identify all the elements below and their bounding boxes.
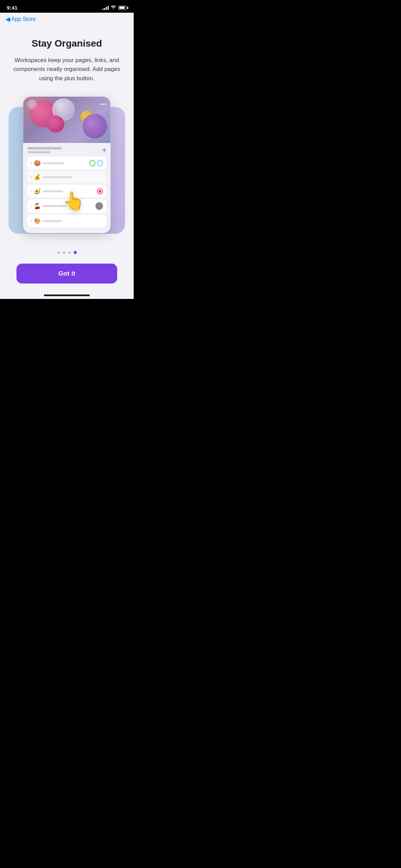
card-nav: ‹ bbox=[27, 99, 107, 109]
row-emoji: 🍒 bbox=[34, 203, 41, 209]
pagination-dots bbox=[57, 251, 77, 254]
signal-icon bbox=[102, 6, 109, 10]
plus-button[interactable]: + bbox=[102, 146, 107, 154]
home-bar bbox=[44, 294, 90, 296]
home-indicator bbox=[0, 292, 134, 299]
row-emoji: 🍪 bbox=[34, 160, 41, 166]
chevron-icon: › bbox=[31, 204, 32, 208]
ball-purple bbox=[83, 114, 107, 138]
card-title-lines bbox=[27, 147, 62, 153]
ball-pink-small bbox=[47, 116, 64, 133]
card-back-btn[interactable]: ‹ bbox=[27, 99, 37, 109]
chevron-icon: › bbox=[31, 161, 32, 165]
illustration: ‹ + bbox=[9, 97, 125, 241]
status-bar: 9:41 bbox=[0, 0, 134, 13]
chevron-icon: › bbox=[31, 175, 32, 179]
chevron-icon: › bbox=[31, 189, 32, 193]
got-it-label: Got it bbox=[58, 270, 75, 277]
main-content: Stay Organised Workspaces keep your page… bbox=[0, 24, 134, 292]
wifi-icon bbox=[111, 5, 116, 10]
list-item: › 💰 bbox=[27, 171, 107, 183]
list-item: › 🎨 bbox=[27, 215, 107, 227]
back-button[interactable]: ◀ App Store bbox=[5, 15, 36, 23]
card-body: + › 🍪 bbox=[23, 143, 111, 233]
nav-bar: ◀ App Store bbox=[0, 13, 134, 24]
card-back-icon: ‹ bbox=[31, 102, 33, 107]
page-title: Stay Organised bbox=[32, 38, 102, 49]
got-it-button[interactable]: Got it bbox=[16, 264, 117, 284]
circle-green-icon bbox=[89, 160, 96, 166]
status-icons bbox=[102, 5, 127, 10]
row-emoji: 🥑 bbox=[34, 188, 41, 194]
status-time: 9:41 bbox=[7, 5, 17, 11]
back-arrow-icon: ◀ bbox=[5, 15, 10, 23]
page-subtext: Workspaces keep your pages, links, and c… bbox=[12, 56, 122, 83]
row-emoji: 💰 bbox=[34, 174, 41, 180]
circle-gray-icon bbox=[96, 202, 103, 210]
pagination-dot-4-active[interactable] bbox=[74, 251, 77, 254]
card-title-bar: + bbox=[27, 146, 107, 154]
circle-teal-icon bbox=[97, 160, 103, 166]
card-header: ‹ bbox=[23, 97, 111, 143]
circle-pink-icon bbox=[97, 188, 103, 194]
pagination-dot-3[interactable] bbox=[68, 251, 71, 254]
phone-card: ‹ + bbox=[23, 97, 111, 233]
pagination-dot-1[interactable] bbox=[57, 251, 60, 254]
row-emoji: 🎨 bbox=[34, 218, 41, 224]
pagination-dot-2[interactable] bbox=[63, 251, 65, 254]
chevron-icon: › bbox=[31, 219, 32, 223]
battery-icon bbox=[118, 6, 127, 10]
row-status-icons bbox=[89, 160, 103, 166]
list-item: › 🍪 bbox=[27, 157, 107, 169]
back-label: App Store bbox=[11, 16, 36, 22]
finger-cursor-icon: 👆 bbox=[62, 191, 85, 212]
card-dots bbox=[100, 104, 107, 105]
